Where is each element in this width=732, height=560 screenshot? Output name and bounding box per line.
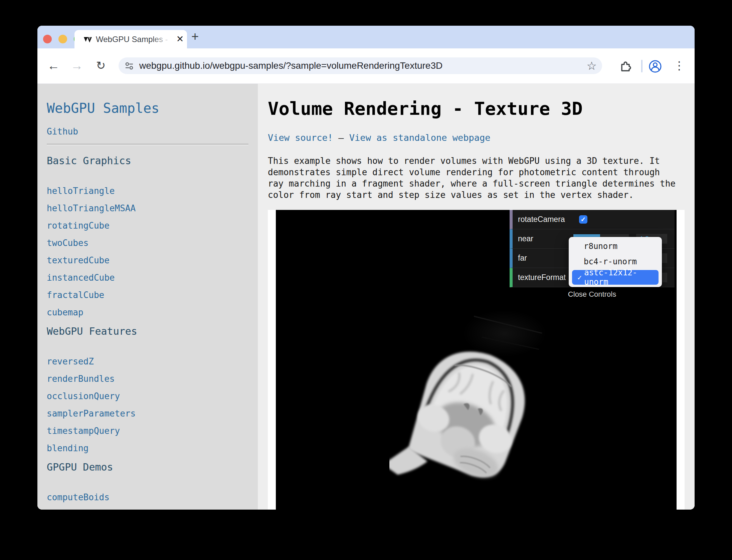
site-info-icon[interactable]	[124, 61, 134, 71]
extensions-icon[interactable]	[619, 60, 632, 72]
close-window-button[interactable]	[43, 35, 52, 43]
toolbar-divider	[641, 60, 643, 72]
textureformat-dropdown-menu: r8unorm bc4-r-unorm ✓ astc-12x12-unorm	[569, 237, 662, 287]
page-title: Volume Rendering - Texture 3D	[268, 98, 685, 119]
browser-menu-icon[interactable]: ⋮	[673, 48, 686, 83]
gui-label-rotatecamera: rotateCamera	[518, 210, 565, 229]
sidebar-item-fractalcube[interactable]: fractalCube	[47, 290, 248, 300]
standalone-webpage-link[interactable]: View as standalone webpage	[349, 132, 491, 143]
sidebar: WebGPU Samples Github Basic Graphics hel…	[37, 84, 258, 510]
sidebar-divider	[47, 144, 248, 145]
source-links-row: View source! – View as standalone webpag…	[268, 132, 685, 144]
browser-toolbar: ← → ↻ webgpu.github.io/webgpu-samples/?s…	[37, 48, 695, 84]
gui-row-rotatecamera: rotateCamera ✓	[510, 210, 675, 229]
sidebar-heading-webgpu-features: WebGPU Features	[47, 326, 248, 337]
dropdown-option-bc4-r-unorm[interactable]: bc4-r-unorm	[569, 254, 662, 269]
webgpu-logo-icon	[83, 35, 92, 44]
url-text[interactable]: webgpu.github.io/webgpu-samples/?sample=…	[139, 60, 442, 71]
sidebar-item-occlusionquery[interactable]: occlusionQuery	[47, 391, 248, 401]
webgpu-canvas[interactable]: rotateCamera ✓ near 4.3 far	[276, 210, 677, 510]
sidebar-item-github[interactable]: Github	[47, 126, 248, 136]
sidebar-item-timestampquery[interactable]: timestampQuery	[47, 426, 248, 436]
rotatecamera-checkbox[interactable]: ✓	[579, 215, 587, 224]
sidebar-item-twocubes[interactable]: twoCubes	[47, 238, 248, 248]
dropdown-option-astc-12x12-unorm[interactable]: ✓ astc-12x12-unorm	[572, 270, 659, 285]
page-content: WebGPU Samples Github Basic Graphics hel…	[37, 84, 695, 510]
browser-window: WebGPU Samples - Volume R ✕ + ← → ↻ webg…	[37, 26, 695, 510]
sample-description: This example shows how to render volumes…	[268, 155, 685, 201]
sidebar-item-computeboids[interactable]: computeBoids	[47, 492, 248, 502]
tab-title-fade	[152, 30, 175, 48]
sidebar-item-samplerparameters[interactable]: samplerParameters	[47, 408, 248, 418]
forward-icon[interactable]: →	[69, 48, 85, 83]
profile-icon[interactable]	[649, 60, 662, 73]
address-bar[interactable]: webgpu.github.io/webgpu-samples/?sample=…	[119, 57, 602, 74]
sidebar-item-rotatingcube[interactable]: rotatingCube	[47, 221, 248, 231]
sidebar-item-hellotriangle[interactable]: helloTriangle	[47, 186, 248, 196]
gui-label-far: far	[518, 249, 527, 268]
view-source-link[interactable]: View source!	[268, 132, 333, 143]
sidebar-item-blending[interactable]: blending	[47, 443, 248, 453]
bookmark-star-icon[interactable]: ☆	[587, 57, 597, 74]
sidebar-item-cubemap[interactable]: cubemap	[47, 307, 248, 317]
close-tab-icon[interactable]: ✕	[173, 30, 187, 48]
sidebar-item-reversedz[interactable]: reversedZ	[47, 356, 248, 366]
back-icon[interactable]: ←	[45, 48, 61, 83]
sidebar-item-hellotrianglemsaa[interactable]: helloTriangleMSAA	[47, 203, 248, 213]
sidebar-item-texturedcube[interactable]: texturedCube	[47, 255, 248, 265]
gui-label-textureformat: textureFormat	[518, 268, 566, 287]
selected-option-label: astc-12x12-unorm	[584, 268, 659, 287]
gui-label-near: near	[518, 229, 533, 248]
brain-mri-image	[389, 346, 543, 503]
tab-strip: WebGPU Samples - Volume R ✕ +	[37, 26, 695, 48]
sidebar-title: WebGPU Samples	[47, 100, 248, 116]
sample-container: rotateCamera ✓ near 4.3 far	[268, 210, 685, 510]
tab-webgpu-samples[interactable]: WebGPU Samples - Volume R ✕	[74, 30, 187, 48]
minimize-window-button[interactable]	[58, 35, 67, 43]
sidebar-item-renderbundles[interactable]: renderBundles	[47, 374, 248, 384]
reload-icon[interactable]: ↻	[93, 48, 109, 83]
sidebar-heading-gpgpu-demos: GPGPU Demos	[47, 462, 248, 473]
link-separator: –	[333, 132, 349, 143]
dropdown-option-r8unorm[interactable]: r8unorm	[569, 239, 662, 254]
sidebar-item-instancedcube[interactable]: instancedCube	[47, 273, 248, 283]
new-tab-button[interactable]: +	[188, 26, 202, 48]
main-content: Volume Rendering - Texture 3D View sourc…	[258, 84, 695, 510]
sidebar-heading-basic-graphics: Basic Graphics	[47, 155, 248, 167]
selected-checkmark-icon: ✓	[576, 273, 583, 282]
close-controls-button[interactable]: Close Controls	[510, 287, 675, 301]
